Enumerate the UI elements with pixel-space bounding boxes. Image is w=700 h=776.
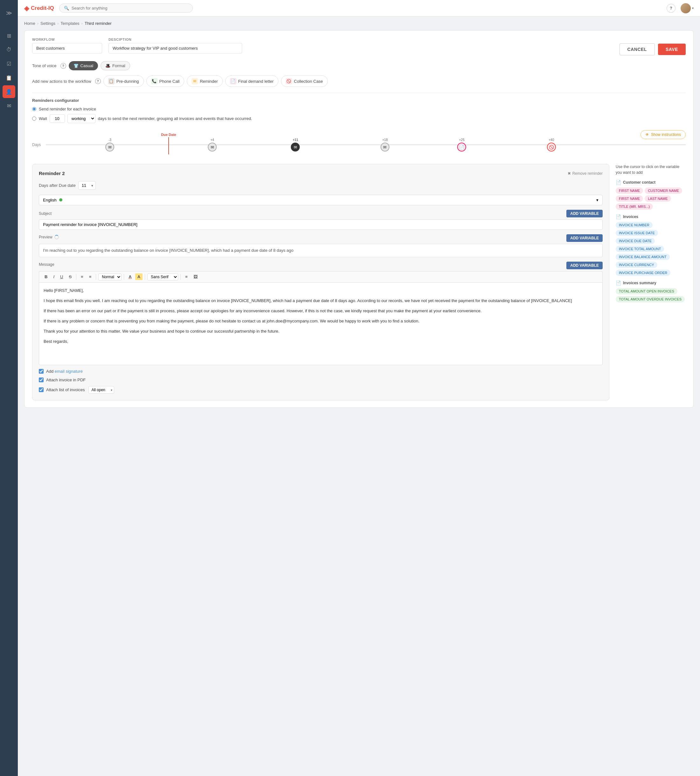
toolbar-sep-5 <box>180 274 181 280</box>
user-dropdown[interactable]: ▾ <box>681 3 693 13</box>
action-finaldemand[interactable]: 📄 Final demand letter <box>225 75 278 87</box>
timeline-line <box>46 145 686 145</box>
var-tag-invoice-total[interactable]: INVOICE TOTAL AMOUNT <box>616 246 664 252</box>
cancel-button[interactable]: CANCEL <box>620 43 655 55</box>
tone-casual-btn[interactable]: 👕 Casual <box>69 61 98 70</box>
message-label: Message <box>39 262 54 267</box>
var-tag-invoice-due-date[interactable]: INVOICE DUE DATE <box>616 238 655 244</box>
workflow-header: Workflow Desciption CANCEL SAVE <box>32 38 686 55</box>
workflow-name-label: Workflow <box>32 38 102 42</box>
reminder-icon: ✉ <box>192 78 198 84</box>
wait-unit-select[interactable]: working calendar <box>67 114 95 123</box>
workflow-description-input[interactable] <box>108 43 242 53</box>
search-input[interactable] <box>72 6 188 10</box>
var-tag-lastname[interactable]: LAST NAME <box>645 195 671 202</box>
toolbar-fontcolor[interactable]: A <box>126 274 133 280</box>
add-variable-message-btn[interactable]: ADD VARIABLE <box>567 262 603 269</box>
finaldemand-icon: 📄 <box>230 78 237 84</box>
sidebar-item-grid[interactable]: ⊞ <box>3 29 15 42</box>
var-tag-total-open[interactable]: TOTAL AMOUNT OPEN INVOICES <box>616 288 677 294</box>
timeline-node-plus4[interactable]: +4 ✉ <box>208 138 217 152</box>
attach-list-select[interactable]: All open Overdue Selected <box>88 386 114 394</box>
timeline-node-minus3[interactable]: -3 ✉ <box>105 138 114 152</box>
toolbar-bold[interactable]: B <box>42 274 50 280</box>
var-tag-invoice-currency[interactable]: INVOICE CURRENCY <box>616 262 657 268</box>
language-select-wrap: English ▾ <box>39 195 603 205</box>
action-reminder[interactable]: ✉ Reminder <box>187 75 222 87</box>
var-tag-firstname1[interactable]: FIRST NAME <box>616 187 643 194</box>
email-sig-checkbox[interactable] <box>39 369 43 374</box>
topbar: ◈ Credit-IQ 🔍 ? ▾ <box>18 0 700 17</box>
breadcrumb-settings[interactable]: Settings <box>40 21 55 26</box>
var-tag-invoice-balance[interactable]: INVOICE BALANCE AMOUNT <box>616 254 670 260</box>
var-section-invoices-title: 📄 Invoices <box>616 214 686 219</box>
var-tag-invoice-po[interactable]: INVOICE PURCHASE ORDER <box>616 270 670 276</box>
timeline-node-plus18[interactable]: +18 ✉ <box>380 138 390 152</box>
editor-body[interactable]: Hello [FIRST_NAME], I hope this email fi… <box>39 282 603 365</box>
summary-section-label: Invoices summary <box>623 281 657 285</box>
radio-each-invoice[interactable] <box>32 107 36 111</box>
toolbar-highlight[interactable]: A <box>135 274 143 280</box>
subject-input[interactable] <box>39 219 603 230</box>
action-collection[interactable]: 🚫 Collection Case <box>281 75 328 87</box>
toolbar-fontsize-select[interactable]: Normal Small Large Huge <box>98 274 122 280</box>
search-icon: 🔍 <box>64 6 69 10</box>
wait-days-input[interactable] <box>50 114 65 123</box>
topbar-right: ? ▾ <box>667 3 693 13</box>
subject-header: Subject ADD VARIABLE <box>39 210 603 217</box>
tone-formal-btn[interactable]: 🎩 Formal <box>100 61 130 70</box>
timeline-node-plus11[interactable]: +11 ✉ <box>291 138 300 152</box>
attach-list-checkbox[interactable] <box>39 387 43 392</box>
message-header: Message ADD VARIABLE <box>39 262 603 269</box>
message-line-3: If there has been an error on our part o… <box>43 307 598 314</box>
save-button[interactable]: SAVE <box>658 43 686 55</box>
timeline-node-plus25[interactable]: +25 📄 <box>457 138 466 152</box>
email-sig-link[interactable]: email signature <box>55 369 83 374</box>
search-bar[interactable]: 🔍 <box>59 3 193 13</box>
header-actions: CANCEL SAVE <box>620 38 686 55</box>
toolbar-underline[interactable]: U <box>58 274 65 280</box>
help-button[interactable]: ? <box>667 4 675 13</box>
action-predunning[interactable]: 📋 Pre-dunning <box>103 75 144 87</box>
node-plus25-label: +25 <box>459 138 465 142</box>
toolbar-strikethrough[interactable]: S <box>67 274 74 280</box>
timeline-node-plus40[interactable]: +40 🚫 <box>547 138 556 152</box>
breadcrumb-home[interactable]: Home <box>24 21 35 26</box>
sidebar-expand-btn[interactable]: ≫ <box>3 7 15 19</box>
radio-wait[interactable] <box>32 117 36 121</box>
attach-pdf-checkbox[interactable] <box>39 377 43 382</box>
var-tag-invoice-number[interactable]: INVOICE NUMBER <box>616 222 653 228</box>
var-section-customer: 📄 Customer contact FIRST NAME CUSTOMER N… <box>616 180 686 210</box>
sidebar-item-mail[interactable]: ✉ <box>3 99 15 112</box>
invoices-tags: INVOICE NUMBER INVOICE ISSUE DATE INVOIC… <box>616 222 686 276</box>
workflow-name-input[interactable] <box>32 43 102 53</box>
var-tag-firstname2[interactable]: FIRST NAME <box>616 195 643 202</box>
toolbar-list-ul[interactable]: ≡ <box>87 274 94 280</box>
sidebar-item-history[interactable]: ⏱ <box>3 43 15 56</box>
toolbar-font-select[interactable]: Sans Serif Serif Monospace <box>147 274 178 280</box>
checkbox-attach-pdf: Attach invoice in PDF <box>39 377 603 382</box>
toolbar-italic[interactable]: I <box>51 274 57 280</box>
breadcrumb-templates[interactable]: Templates <box>60 21 79 26</box>
actions-help-icon[interactable]: ? <box>95 78 101 84</box>
action-phonecall[interactable]: 📞 Phone Call <box>147 75 185 87</box>
tone-casual-label: Casual <box>80 63 93 68</box>
var-tag-customername[interactable]: CUSTOMER NAME <box>645 187 682 194</box>
sidebar-item-users[interactable]: 👤 <box>3 85 15 98</box>
timeline-wrapper: Days Due Date -3 ✉ <box>32 132 686 158</box>
node-plus4-circle: ✉ <box>208 143 217 152</box>
toolbar-list-ol[interactable]: ≡ <box>78 274 86 280</box>
sidebar-item-docs[interactable]: 📋 <box>3 71 15 84</box>
sidebar-item-tasks[interactable]: ☑ <box>3 57 15 70</box>
add-variable-preview-btn[interactable]: ADD VARIABLE <box>567 234 603 242</box>
remove-reminder-btn[interactable]: ✖ Remove reminder <box>568 171 603 176</box>
language-select-btn[interactable]: English ▾ <box>39 195 603 205</box>
tone-help-icon[interactable]: ? <box>60 63 66 69</box>
days-select[interactable]: 11 7 14 21 <box>78 181 96 190</box>
add-variable-subject-btn[interactable]: ADD VARIABLE <box>567 210 603 217</box>
var-tag-invoice-issue-date[interactable]: INVOICE ISSUE DATE <box>616 230 658 236</box>
toolbar-align[interactable]: ≡ <box>183 274 190 280</box>
toolbar-image[interactable]: 🖼 <box>191 274 200 280</box>
var-tag-title[interactable]: TITLE (MR. MRS...) <box>616 204 653 210</box>
var-tag-total-overdue[interactable]: TOTAL AMOUNT OVERDUE INVOICES <box>616 296 685 302</box>
